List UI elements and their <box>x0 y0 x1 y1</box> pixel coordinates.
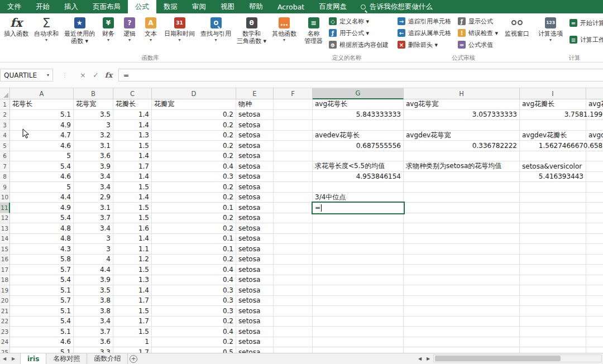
cell-A17[interactable]: 5.7 <box>10 265 74 275</box>
cell-E23[interactable]: setosa <box>236 327 274 337</box>
cell-D16[interactable]: 0.2 <box>152 255 236 265</box>
cell-G3[interactable] <box>313 120 404 131</box>
cell-E3[interactable]: setosa <box>236 120 274 131</box>
sheet-tab-iris[interactable]: iris <box>20 353 46 364</box>
cell-H11[interactable] <box>404 203 520 213</box>
cell-J23[interactable] <box>586 327 603 337</box>
cell-F11[interactable] <box>274 203 313 213</box>
sheet-tab-名称对照[interactable]: 名称对照 <box>46 353 87 364</box>
cell-A12[interactable]: 5.4 <box>10 213 74 224</box>
row-header-12[interactable]: 12 <box>0 213 10 224</box>
math-trig-button[interactable]: θ数学和三角函数 ▾ <box>234 14 269 45</box>
cell-F21[interactable] <box>274 306 313 317</box>
cell-J25[interactable] <box>586 347 603 353</box>
row-header-21[interactable]: 21 <box>0 306 10 317</box>
name-box-dropdown-icon[interactable]: ▾ <box>47 73 49 78</box>
cell-D7[interactable]: 0.4 <box>152 161 236 172</box>
row-header-20[interactable]: 20 <box>0 296 10 306</box>
cell-F6[interactable] <box>274 151 313 162</box>
cell-C1[interactable]: 花瓣长 <box>113 99 152 110</box>
cell-J1[interactable]: avg花瓣宽 <box>586 99 603 110</box>
cell-C17[interactable]: 1.5 <box>113 265 152 275</box>
cell-C22[interactable]: 1.7 <box>113 317 152 327</box>
cell-G14[interactable] <box>313 234 404 245</box>
cell-E14[interactable]: setosa <box>236 234 274 245</box>
cell-H16[interactable] <box>404 255 520 265</box>
cell-H21[interactable] <box>404 306 520 317</box>
cell-F3[interactable] <box>274 120 313 131</box>
cell-J19[interactable] <box>586 285 603 296</box>
cell-J10[interactable] <box>586 193 603 203</box>
cell-A18[interactable]: 5.4 <box>10 275 74 286</box>
ribbon-tab-Acrobat[interactable]: Acrobat <box>270 0 312 13</box>
cell-H3[interactable] <box>404 120 520 131</box>
cell-J14[interactable] <box>586 234 603 245</box>
formula-input[interactable]: = <box>118 69 603 82</box>
cell-C19[interactable]: 1.4 <box>113 285 152 296</box>
cell-E7[interactable]: setosa <box>236 161 274 172</box>
cell-B10[interactable]: 2.9 <box>74 193 113 203</box>
insert-function-small-button[interactable]: fx <box>102 69 115 82</box>
name-manager-button[interactable]: ≡名称管理器 <box>302 14 326 45</box>
cell-A25[interactable]: 5.1 <box>10 347 74 353</box>
enter-button[interactable]: ✓ <box>89 69 102 82</box>
row-header-11[interactable]: 11 <box>0 203 10 213</box>
cell-J15[interactable] <box>586 244 603 255</box>
row-header-7[interactable]: 7 <box>0 161 10 172</box>
cell-C6[interactable]: 1.4 <box>113 151 152 162</box>
cell-G1[interactable]: avg花萼长 <box>313 99 404 110</box>
row-header-25[interactable]: 25 <box>0 347 10 353</box>
cell-I6[interactable] <box>520 151 586 162</box>
cell-A20[interactable]: 5.7 <box>10 296 74 306</box>
cell-G7[interactable]: 求花萼长度<5.5的均值 <box>313 161 404 172</box>
cell-G5[interactable]: 0.687555556 <box>313 141 404 151</box>
cell-I24[interactable] <box>520 337 586 348</box>
calculation-options-button[interactable]: 123计算选项▾ <box>535 14 566 42</box>
cell-B7[interactable]: 3.9 <box>74 161 113 172</box>
cell-H15[interactable] <box>404 244 520 255</box>
cell-J5[interactable]: 0.658293333 <box>586 141 603 151</box>
cell-C18[interactable]: 1.3 <box>113 275 152 286</box>
cell-G18[interactable] <box>313 275 404 286</box>
cell-C25[interactable]: 1.7 <box>113 347 152 353</box>
cell-D6[interactable]: 0.2 <box>152 151 236 162</box>
cell-I14[interactable] <box>520 234 586 245</box>
cell-C10[interactable]: 1.4 <box>113 193 152 203</box>
cell-B11[interactable]: 3.1 <box>74 203 113 213</box>
cell-G22[interactable] <box>313 317 404 327</box>
cell-B20[interactable]: 3.8 <box>74 296 113 306</box>
hscroll-left-icon[interactable]: ◀ <box>416 355 424 362</box>
row-header-14[interactable]: 14 <box>0 234 10 245</box>
cell-H5[interactable]: 0.336782222 <box>404 141 520 151</box>
cell-B18[interactable]: 3.9 <box>74 275 113 286</box>
cell-J8[interactable] <box>586 172 603 183</box>
cell-C23[interactable]: 1.5 <box>113 327 152 337</box>
cell-J4[interactable]: avgdev花瓣宽 <box>586 131 603 141</box>
cell-B24[interactable]: 3.6 <box>74 337 113 348</box>
cancel-button[interactable]: × <box>76 69 89 82</box>
row-header-2[interactable]: 2 <box>0 110 10 121</box>
cell-C12[interactable]: 1.5 <box>113 213 152 224</box>
column-header-I[interactable]: I <box>520 88 586 99</box>
lookup-reference-button[interactable]: 查找与引用▾ <box>198 14 234 42</box>
cell-I9[interactable] <box>520 182 586 193</box>
watch-window-button[interactable]: 监视窗口 <box>501 14 533 37</box>
cell-E9[interactable]: setosa <box>236 182 274 193</box>
cell-A21[interactable]: 5.1 <box>10 306 74 317</box>
cell-A22[interactable]: 5.4 <box>10 317 74 327</box>
row-header-6[interactable]: 6 <box>0 151 10 162</box>
row-header-5[interactable]: 5 <box>0 141 10 151</box>
cell-D11[interactable]: 0.1 <box>152 203 236 213</box>
cell-A14[interactable]: 4.8 <box>10 234 74 245</box>
cell-B15[interactable]: 3 <box>74 244 113 255</box>
cell-E5[interactable]: setosa <box>236 141 274 151</box>
cell-I7[interactable]: setosa&versicolor <box>520 161 586 172</box>
cell-I3[interactable] <box>520 120 586 131</box>
cell-I17[interactable] <box>520 265 586 275</box>
autosum-button[interactable]: Σ自动求和▾ <box>31 14 61 42</box>
cell-G12[interactable] <box>313 213 404 224</box>
row-header-13[interactable]: 13 <box>0 223 10 234</box>
cell-D5[interactable]: 0.2 <box>152 141 236 151</box>
cell-B19[interactable]: 3.5 <box>74 285 113 296</box>
cell-B21[interactable]: 3.8 <box>74 306 113 317</box>
